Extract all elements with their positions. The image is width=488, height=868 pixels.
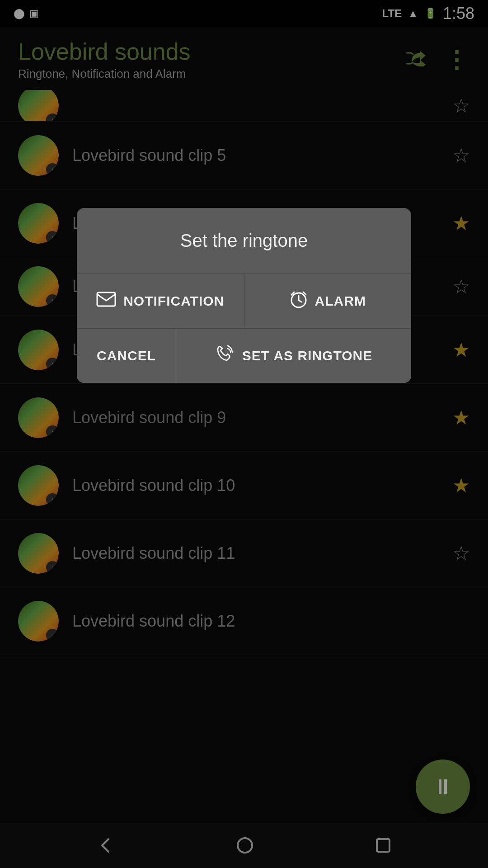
dialog-overlay: Set the ringtone NOTIFICATION	[0, 0, 488, 868]
dialog-title: Set the ringtone	[77, 208, 411, 274]
set-ringtone-button[interactable]: SET AS RINGTONE	[176, 329, 411, 383]
dialog-row2: CANCEL SET AS RINGTONE	[77, 328, 411, 383]
set-ringtone-btn-label: SET AS RINGTONE	[242, 348, 372, 363]
notification-btn-label: NOTIFICATION	[123, 293, 224, 309]
svg-rect-0	[97, 292, 115, 306]
alarm-btn-label: ALARM	[315, 293, 366, 309]
envelope-icon	[96, 292, 116, 311]
alarm-button[interactable]: ALARM	[244, 274, 412, 328]
alarm-icon	[290, 289, 308, 313]
dialog-row1: NOTIFICATION ALARM	[77, 274, 411, 328]
phone-ring-icon	[215, 344, 235, 368]
notification-button[interactable]: NOTIFICATION	[77, 274, 244, 328]
ringtone-dialog: Set the ringtone NOTIFICATION	[77, 208, 411, 383]
cancel-button[interactable]: CANCEL	[77, 329, 176, 383]
